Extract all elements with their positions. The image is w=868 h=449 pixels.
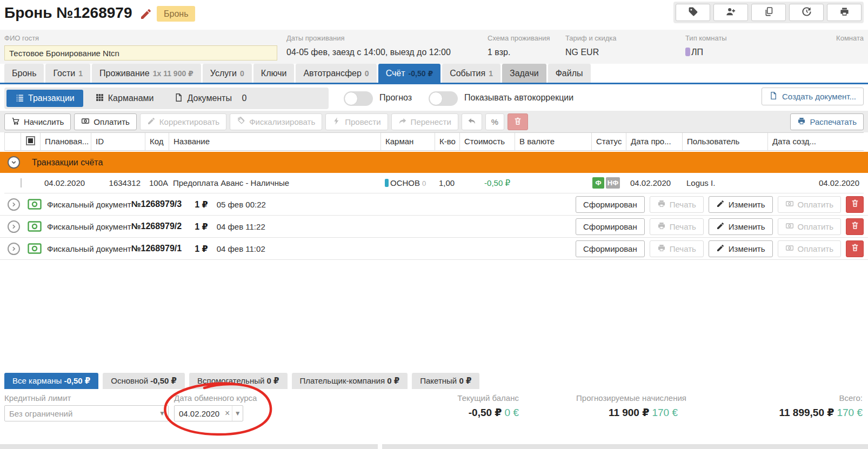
fiscal-edit-button[interactable]: Изменить bbox=[709, 196, 773, 213]
expand-row-icon[interactable] bbox=[8, 220, 20, 233]
fiscal-edit-button[interactable]: Изменить bbox=[709, 218, 773, 235]
column-currency[interactable]: В валюте bbox=[515, 133, 592, 150]
pocket-tab-auxiliary[interactable]: Вспомогательный 0 ₽ bbox=[189, 373, 287, 389]
fiscal-delete-button[interactable] bbox=[846, 196, 864, 213]
charge-button[interactable]: Начислить bbox=[4, 113, 71, 130]
fiscal-pay-button[interactable]: Оплатить bbox=[778, 240, 842, 257]
correct-button[interactable]: Корректировать bbox=[140, 113, 226, 130]
banknote-icon bbox=[785, 199, 794, 210]
tab-tasks[interactable]: Задачи bbox=[502, 64, 546, 83]
current-balance-label: Текущий баланс bbox=[400, 393, 519, 403]
column-date-created[interactable]: Дата созд... bbox=[768, 133, 864, 150]
undo-button[interactable] bbox=[462, 113, 482, 130]
fiscal-edit-button[interactable]: Изменить bbox=[709, 240, 773, 257]
exchange-date-input[interactable]: 04.02.2020 × ▼ bbox=[174, 405, 243, 421]
fiscal-delete-button[interactable] bbox=[846, 240, 864, 257]
pocket-tab-all[interactable]: Все карманы -0,50 ₽ bbox=[4, 373, 98, 389]
column-date-posted[interactable]: Дата про... bbox=[626, 133, 683, 150]
guest-name-input[interactable] bbox=[4, 45, 277, 61]
post-button[interactable]: Провести bbox=[325, 113, 388, 130]
fiscal-doc-label: Фискальный документ bbox=[47, 200, 131, 209]
tab-transfer[interactable]: Автотрансфер0 bbox=[296, 64, 376, 83]
discount-button[interactable]: % bbox=[485, 113, 504, 130]
toggle-knob bbox=[429, 92, 443, 105]
fiscal-doc-datetime: 04 фев 11:22 bbox=[217, 222, 265, 231]
fiscal-banknote-icon bbox=[28, 221, 42, 232]
column-id[interactable]: ID bbox=[91, 133, 145, 150]
pay-button[interactable]: Оплатить bbox=[74, 113, 137, 130]
trash-icon bbox=[851, 199, 859, 210]
column-qty[interactable]: К-во bbox=[435, 133, 460, 150]
fiscal-pay-button[interactable]: Оплатить bbox=[778, 196, 842, 213]
column-planned[interactable]: Плановая... bbox=[41, 133, 91, 150]
transaction-row[interactable]: 04.02.2020 1634312 100A Предоплата Аванс… bbox=[4, 173, 864, 193]
chevron-down-icon[interactable]: ▼ bbox=[232, 406, 243, 421]
fiscal-status-button[interactable]: Сформирован bbox=[576, 240, 645, 257]
fiscal-status-button[interactable]: Сформирован bbox=[576, 196, 645, 213]
tab-keys[interactable]: Ключи bbox=[253, 64, 295, 83]
transfer-button[interactable]: Перенести bbox=[391, 113, 458, 130]
fiscal-print-button[interactable]: Печать bbox=[650, 218, 704, 235]
tab-stay[interactable]: Проживание1x 11 900 ₽ bbox=[92, 64, 201, 83]
add-guest-button[interactable] bbox=[713, 4, 748, 21]
fiscal-doc-datetime: 04 фев 11:02 bbox=[217, 244, 265, 253]
edit-title-icon[interactable] bbox=[139, 8, 152, 21]
print-button[interactable] bbox=[827, 4, 862, 21]
bottom-scrollbar-left[interactable] bbox=[0, 444, 378, 449]
document-icon bbox=[174, 93, 183, 104]
tag-button[interactable] bbox=[676, 4, 710, 21]
fiscal-doc-datetime: 05 фев 00:22 bbox=[217, 200, 266, 209]
create-document-button[interactable]: Создать документ... bbox=[762, 88, 864, 105]
account-transactions-group-row[interactable]: Транзакции счёта bbox=[0, 152, 868, 173]
column-user[interactable]: Пользователь bbox=[683, 133, 768, 150]
collapse-group-icon[interactable] bbox=[8, 156, 20, 169]
print-icon bbox=[839, 6, 850, 19]
cell-pocket: ОСНОВ0 bbox=[380, 178, 435, 187]
tab-services[interactable]: Услуги0 bbox=[203, 64, 252, 83]
tab-events[interactable]: События1 bbox=[442, 64, 500, 83]
pocket-tab-main[interactable]: Основной -0,50 ₽ bbox=[103, 373, 185, 389]
view-documents-button[interactable]: Документы 0 bbox=[165, 90, 255, 107]
copy-button[interactable] bbox=[751, 4, 786, 21]
credit-limit-value: Без ограничений bbox=[5, 409, 156, 418]
total-rub: 11 899,50 ₽ bbox=[779, 407, 834, 418]
tag-icon bbox=[688, 6, 698, 19]
tab-account[interactable]: Счёт-0,50 ₽ bbox=[378, 64, 440, 83]
pocket-tab-package[interactable]: Пакетный 0 ₽ bbox=[412, 373, 479, 389]
column-code[interactable]: Код bbox=[145, 133, 169, 150]
fiscal-status-button[interactable]: Сформирован bbox=[576, 218, 645, 235]
expand-row-icon[interactable] bbox=[8, 198, 20, 211]
total-eur: 170 € bbox=[837, 407, 863, 418]
clear-date-icon[interactable]: × bbox=[223, 408, 232, 418]
fiscal-delete-button[interactable] bbox=[846, 218, 864, 235]
history-button[interactable] bbox=[789, 4, 824, 21]
credit-limit-select[interactable]: Без ограничений ▼ bbox=[4, 405, 169, 421]
delete-button[interactable] bbox=[508, 113, 528, 130]
pocket-tab-payer-company[interactable]: Плательщик-компания 0 ₽ bbox=[292, 373, 408, 389]
tab-files[interactable]: Файлы bbox=[548, 64, 591, 83]
grid-icon bbox=[95, 93, 104, 104]
cell-user: Logus I. bbox=[682, 178, 767, 187]
tariff-label: Тариф и скидка bbox=[565, 34, 617, 42]
autocorrections-toggle[interactable] bbox=[429, 91, 458, 106]
view-pockets-button[interactable]: Карманами bbox=[86, 90, 163, 107]
scheme-value: 1 взр. bbox=[488, 48, 510, 57]
column-status[interactable]: Статус bbox=[592, 133, 626, 150]
column-cost[interactable]: Стоимость bbox=[460, 133, 515, 150]
row-checkbox[interactable] bbox=[21, 178, 22, 187]
view-transactions-button[interactable]: Транзакции bbox=[6, 90, 83, 107]
fiscal-pay-button[interactable]: Оплатить bbox=[778, 218, 842, 235]
bottom-scrollbar-right[interactable] bbox=[382, 444, 868, 449]
tab-booking[interactable]: Бронь bbox=[4, 64, 44, 83]
fiscal-print-button[interactable]: Печать bbox=[650, 240, 704, 257]
column-pocket[interactable]: Карман bbox=[381, 133, 435, 150]
column-name[interactable]: Название bbox=[169, 133, 381, 150]
print-list-button[interactable]: Распечатать bbox=[790, 113, 864, 130]
tab-guests[interactable]: Гости1 bbox=[45, 64, 90, 83]
fiscal-print-button[interactable]: Печать bbox=[650, 196, 704, 213]
forecast-toggle[interactable] bbox=[344, 91, 373, 106]
fiscalize-button[interactable]: Фискализировать bbox=[230, 113, 322, 130]
select-all-checkbox[interactable] bbox=[21, 133, 41, 150]
forecast-charges-label: Прогнозируемые начисления bbox=[535, 393, 686, 403]
expand-row-icon[interactable] bbox=[8, 243, 20, 255]
